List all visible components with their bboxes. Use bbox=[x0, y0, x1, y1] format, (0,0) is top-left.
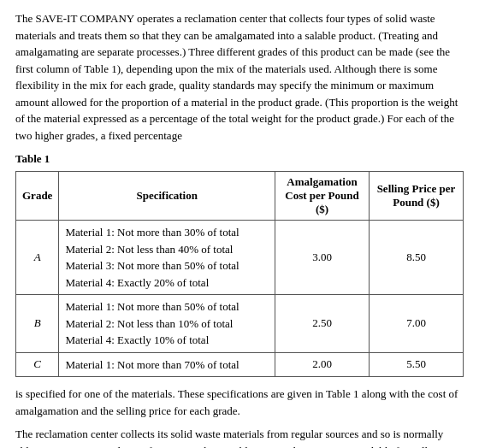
intro-paragraph: The SAVE-IT COMPANY operates a reclamati… bbox=[15, 10, 464, 144]
after-table-paragraph: is specified for one of the materials. T… bbox=[15, 386, 464, 419]
spec-b: Material 1: Not more than 50% of total M… bbox=[59, 295, 275, 353]
header-amalgamation: Amalgamation Cost per Pound ($) bbox=[275, 172, 370, 221]
reclamation-paragraph: The reclamation center collects its soli… bbox=[15, 426, 464, 448]
spec-c: Material 1: Not more than 70% of total bbox=[59, 352, 275, 377]
header-specification: Specification bbox=[59, 172, 275, 221]
amal-cost-a: 3.00 bbox=[275, 221, 370, 295]
amal-cost-b: 2.50 bbox=[275, 295, 370, 353]
grade-c: C bbox=[16, 352, 59, 377]
grade-a: A bbox=[16, 221, 59, 295]
table-row: B Material 1: Not more than 50% of total… bbox=[16, 295, 464, 353]
sell-price-a: 8.50 bbox=[370, 221, 464, 295]
table-1: Grade Specification Amalgamation Cost pe… bbox=[15, 171, 464, 377]
table-row: A Material 1: Not more than 30% of total… bbox=[16, 221, 464, 295]
sell-price-c: 5.50 bbox=[370, 352, 464, 377]
spec-a: Material 1: Not more than 30% of total M… bbox=[59, 221, 275, 295]
sell-price-b: 7.00 bbox=[370, 295, 464, 353]
table-title: Table 1 bbox=[15, 152, 464, 166]
header-selling: Selling Price per Pound ($) bbox=[370, 172, 464, 221]
table-row: C Material 1: Not more than 70% of total… bbox=[16, 352, 464, 377]
grade-b: B bbox=[16, 295, 59, 353]
amal-cost-c: 2.00 bbox=[275, 352, 370, 377]
header-grade: Grade bbox=[16, 172, 59, 221]
